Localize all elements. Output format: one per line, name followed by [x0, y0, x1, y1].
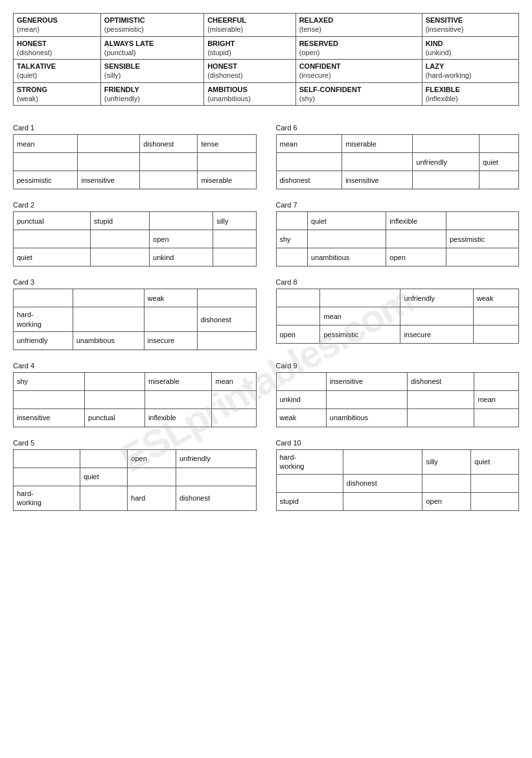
card-cell: pessimistic — [446, 230, 519, 248]
card-cell: unambitious — [308, 248, 386, 266]
card-cell: weak — [276, 409, 326, 427]
ref-cell: OPTIMISTIC(pessimistic) — [100, 14, 203, 37]
card-title: Card 4 — [13, 362, 257, 370]
card-cell: weak — [144, 289, 197, 307]
card-cell — [140, 171, 198, 189]
card-cell — [479, 171, 518, 189]
card-cell: hard — [128, 486, 176, 510]
card-cell: weak — [473, 289, 518, 307]
card-cell — [198, 153, 256, 171]
card-cell — [212, 409, 256, 427]
ref-cell: CHEERFUL(miserable) — [204, 14, 296, 37]
card-1: Card 1mean dishonesttense pessimisticins… — [13, 124, 257, 189]
card-cell: dishonest — [197, 307, 256, 332]
ref-cell: AMBITIOUS(unambitious) — [204, 82, 296, 106]
card-cell: insensitive — [342, 171, 413, 189]
card-cell — [326, 390, 407, 409]
card-cell: hard-working — [14, 486, 80, 510]
card-cell — [471, 492, 519, 510]
card-8: Card 9 insensitivedishonest unkind meanw… — [276, 362, 520, 427]
ref-cell: TALKATIVE(quiet) — [14, 60, 101, 83]
card-cell: unambitious — [326, 409, 407, 427]
card-cell — [342, 153, 413, 171]
card-title: Card 10 — [276, 439, 520, 447]
card-cell: open — [386, 248, 446, 266]
card-table: shy miserablemean insensitivepunctualinf… — [13, 372, 257, 427]
card-cell: dishonest — [276, 171, 342, 189]
card-cell: stupid — [276, 492, 343, 510]
card-cell — [276, 153, 342, 171]
card-cell — [80, 486, 127, 510]
ref-cell: KIND(unkind) — [422, 36, 518, 60]
card-cell: punctual — [85, 409, 145, 427]
card-cell — [213, 248, 256, 266]
card-5: Card 3 weak hard-working dishonestunfrie… — [13, 278, 257, 350]
card-cell — [197, 331, 256, 349]
ref-cell: ALWAYS LATE(punctual) — [100, 36, 203, 60]
ref-cell: SELF-CONFIDENT(shy) — [295, 82, 422, 106]
card-table: punctualstupid silly open quiet unkind — [13, 211, 257, 266]
cards-container: Card 1mean dishonesttense pessimisticins… — [13, 124, 519, 510]
reference-table: GENEROUS(mean)OPTIMISTIC(pessimistic)CHE… — [13, 13, 519, 106]
card-cell: shy — [14, 372, 85, 390]
card-cell — [14, 230, 91, 248]
card-cell — [276, 307, 320, 326]
card-cell — [413, 171, 480, 189]
card-cell: pessimistic — [320, 326, 400, 344]
card-table: quietinflexible shy pessimistic unambiti… — [276, 211, 520, 266]
card-cell: mean — [14, 135, 78, 153]
ref-cell: RELAXED(tense) — [295, 14, 422, 37]
card-cell — [212, 390, 256, 409]
card-cell — [73, 307, 144, 332]
card-9: Card 5 openunfriendly quiet hard-working… — [13, 439, 257, 511]
card-cell — [78, 153, 140, 171]
card-cell: unfriendly — [413, 153, 480, 171]
card-cell: insecure — [144, 331, 197, 349]
card-cell — [128, 468, 176, 486]
card-cell: shy — [276, 230, 308, 248]
card-cell: quiet — [479, 153, 518, 171]
card-cell — [73, 289, 144, 307]
card-cell: insensitive — [14, 409, 85, 427]
card-cell — [276, 248, 308, 266]
card-title: Card 7 — [276, 201, 520, 209]
ref-cell: LAZY(hard-working) — [422, 60, 518, 83]
card-cell: inflexible — [145, 409, 212, 427]
card-cell: unfriendly — [400, 289, 473, 307]
ref-cell: CONFIDENT(insecure) — [295, 60, 422, 83]
card-cell — [320, 289, 400, 307]
card-cell: insensitive — [78, 171, 140, 189]
card-cell — [474, 409, 519, 427]
ref-cell: GENEROUS(mean) — [14, 14, 101, 37]
card-cell — [343, 449, 422, 474]
card-cell: pessimistic — [14, 171, 78, 189]
card-cell — [308, 230, 386, 248]
card-cell: dishonest — [407, 372, 474, 390]
card-cell — [422, 474, 471, 492]
card-cell: miserable — [198, 171, 256, 189]
card-cell — [14, 289, 73, 307]
card-title: Card 3 — [13, 278, 257, 286]
card-cell — [276, 474, 343, 492]
card-cell — [473, 307, 518, 326]
card-cell: open — [422, 492, 471, 510]
card-table: weak hard-working dishonestunfriendlyuna… — [13, 289, 257, 350]
card-6: Card 8 unfriendlyweak mean openpessimist… — [276, 278, 520, 350]
card-cell: silly — [422, 449, 471, 474]
card-3: Card 2punctualstupid silly open quiet un… — [13, 201, 257, 266]
card-cell: insensitive — [326, 372, 407, 390]
card-cell — [90, 248, 149, 266]
card-cell — [471, 474, 519, 492]
card-cell — [145, 390, 212, 409]
card-table: mean dishonesttense pessimisticinsensiti… — [13, 134, 257, 189]
card-cell — [479, 135, 518, 153]
card-cell — [85, 390, 145, 409]
card-cell: dishonest — [176, 486, 256, 510]
card-cell: quiet — [14, 248, 91, 266]
card-cell: quiet — [308, 212, 386, 230]
card-10: Card 10hard-working sillyquiet dishonest… — [276, 439, 520, 511]
card-cell: unfriendly — [14, 331, 73, 349]
card-7: Card 4shy miserablemean insensitivepunct… — [13, 362, 257, 427]
card-cell: inflexible — [386, 212, 446, 230]
card-cell: unkind — [276, 390, 326, 409]
